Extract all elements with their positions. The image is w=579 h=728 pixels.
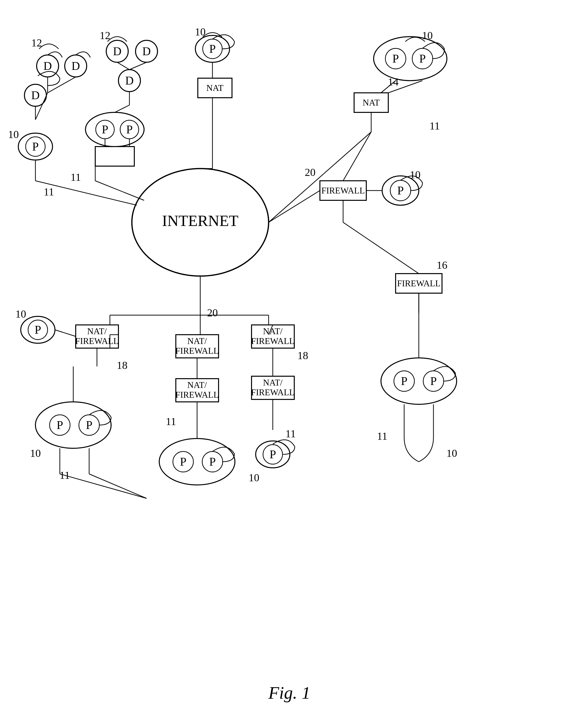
peer-label-br2: P [430, 374, 437, 387]
ref-10-bbl: 10 [30, 447, 41, 459]
peer-label-tl: P [32, 140, 39, 153]
line-d-tcl2 [129, 62, 147, 70]
nat-fw-label-bc-top2: FIREWALL [175, 346, 219, 356]
curve-br-p1 [404, 437, 419, 462]
line-internet-to-fw [269, 190, 320, 222]
line-p-bl-to-nat-fw [55, 330, 76, 336]
ref-18-bl: 18 [117, 359, 128, 371]
peer-label-tc: P [209, 42, 216, 55]
peer-label-brc: P [270, 448, 276, 461]
peer-label-bc2: P [209, 455, 216, 468]
ref-12-tcl: 12 [100, 30, 110, 42]
line-bbl2-to-bc [89, 474, 147, 498]
line-fw-to-fw-r [343, 222, 419, 274]
line-tr-to-internet [269, 132, 371, 222]
peer-label-tcl1: P [102, 123, 108, 136]
nat-fw-label-bc-bot1: NAT/ [187, 380, 207, 390]
line-d-tcl1 [117, 62, 129, 70]
peer-label-bl-isolated: P [35, 323, 41, 336]
ref-11-br: 11 [377, 430, 387, 442]
ref-16: 16 [437, 259, 447, 271]
device-label-tl3: D [31, 89, 40, 102]
line-bbl-to-bc [60, 474, 147, 498]
ref-10-fw-tr: 10 [410, 169, 421, 181]
peer-label-bbl1: P [57, 418, 63, 432]
peer-label-tr2: P [419, 52, 426, 65]
firewall-label-r: FIREWALL [397, 279, 441, 288]
nat-fw-label-bl1: NAT/ [87, 327, 107, 336]
ref-11-tcl: 11 [71, 171, 81, 183]
nat-fw-label-brc-bot1: NAT/ [263, 378, 283, 387]
ref-11-bbl: 11 [59, 469, 70, 481]
nat-label-tr: NAT [363, 98, 380, 107]
nat-fw-label-brc-top1: NAT/ [263, 327, 283, 336]
line-d-to-p-tcl [115, 105, 129, 112]
line-nat-to-fw-tr [343, 132, 371, 181]
device-label-tl2: D [72, 59, 80, 72]
nat-fw-label-bc-top1: NAT/ [187, 336, 207, 346]
peer-label-bc1: P [180, 455, 187, 468]
peer-label-tcl2: P [126, 123, 133, 136]
device-label-tcl2: D [142, 45, 151, 58]
ref-18-brc: 18 [297, 349, 308, 362]
ref-10-tr: 10 [422, 30, 433, 42]
nat-fw-label-bl2: FIREWALL [75, 336, 119, 346]
ref-10-br: 10 [446, 447, 457, 459]
nat-fw-label-brc-bot2: FIREWALL [251, 387, 294, 397]
ref-10-tl: 10 [8, 129, 19, 140]
peer-label-tr1: P [392, 52, 399, 65]
device-label-tcl3: D [125, 74, 134, 87]
device-label-tl1: D [44, 59, 52, 72]
ref-12-tl: 12 [31, 37, 42, 49]
internet-label: INTERNET [162, 212, 239, 229]
line-box-to-internet [95, 181, 144, 200]
ref-20-area: 20 [207, 307, 218, 319]
diagram: text { font-family: 'Times New Roman', T… [0, 0, 579, 728]
fig-label: Fig. 1 [268, 683, 310, 703]
firewall-label-tr: FIREWALL [321, 186, 365, 196]
peer-label-fw-tr: P [397, 184, 404, 197]
curve-br-p2 [419, 437, 433, 462]
nat-fw-label-bc-bot2: FIREWALL [175, 390, 219, 400]
bracket-12-tl [39, 44, 59, 49]
ref-11-tl: 11 [44, 186, 54, 198]
ref-10-brc: 10 [248, 472, 259, 484]
ref-11-bc: 11 [166, 416, 176, 427]
connector-box-tcl [95, 147, 134, 166]
ref-10-bl-isolated: 10 [16, 308, 26, 320]
nat-fw-label-brc-top2: FIREWALL [251, 336, 294, 346]
ref-20: 20 [305, 166, 316, 178]
peer-label-bbl2: P [86, 418, 93, 432]
ref-11-tr: 11 [429, 120, 440, 132]
nat-label-tc: NAT [206, 83, 223, 93]
device-label-tcl1: D [113, 45, 122, 58]
ref-11-brc: 11 [286, 428, 296, 440]
peer-label-br1: P [401, 374, 407, 387]
